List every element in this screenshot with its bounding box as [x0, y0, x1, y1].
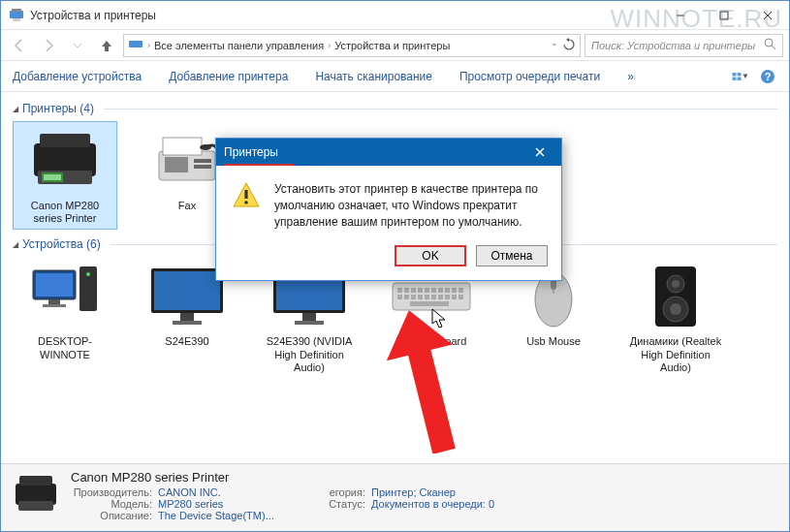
svg-rect-10	[733, 73, 737, 76]
chevron-down-icon[interactable]: ⌄	[551, 38, 558, 53]
svg-rect-24	[194, 159, 211, 163]
svg-rect-51	[458, 288, 463, 293]
add-printer-button[interactable]: Добавление принтера	[169, 70, 288, 83]
ok-button[interactable]: OK	[395, 245, 466, 266]
svg-rect-62	[410, 301, 449, 306]
svg-rect-54	[411, 295, 416, 299]
svg-rect-47	[431, 288, 436, 293]
forward-button[interactable]	[36, 33, 61, 58]
annotation-underline	[224, 164, 294, 166]
svg-rect-13	[738, 77, 742, 79]
svg-rect-42	[397, 288, 402, 293]
titlebar: Устройства и принтеры	[1, 1, 789, 30]
svg-rect-12	[733, 77, 737, 79]
svg-rect-7	[129, 41, 142, 47]
svg-rect-25	[194, 165, 211, 169]
group-header-printers[interactable]: ◢ Принтеры (4)	[13, 102, 777, 115]
device-item-speakers[interactable]: Динамики (Realtek High Definition Audio)	[623, 257, 728, 379]
svg-point-8	[765, 39, 773, 47]
search-value: Поиск: Устройства и принтеры	[591, 40, 755, 51]
window-title: Устройства и принтеры	[30, 9, 658, 22]
refresh-icon[interactable]	[562, 38, 576, 53]
svg-rect-57	[431, 295, 436, 299]
view-queue-button[interactable]: Просмотр очереди печати	[459, 70, 600, 83]
svg-rect-20	[44, 174, 61, 180]
svg-rect-1	[12, 9, 21, 12]
search-icon	[764, 38, 776, 52]
svg-rect-2	[13, 18, 20, 21]
minimize-button[interactable]	[658, 1, 702, 30]
svg-point-77	[244, 201, 248, 204]
svg-rect-39	[302, 313, 316, 321]
dialog-title-text: Принтеры	[224, 145, 278, 159]
desktop-pc-icon	[21, 262, 109, 331]
svg-rect-73	[18, 501, 53, 511]
app-icon	[9, 8, 24, 23]
help-icon[interactable]: ?	[758, 67, 777, 86]
svg-rect-72	[19, 476, 52, 485]
device-item-desktop[interactable]: DESKTOP-WINNOTE	[13, 257, 117, 379]
breadcrumb-item[interactable]: Устройства и принтеры	[334, 40, 450, 51]
svg-rect-29	[48, 299, 60, 304]
dialog-titlebar[interactable]: Принтеры	[216, 139, 561, 166]
dialog-close-button[interactable]	[526, 141, 553, 163]
svg-rect-50	[452, 288, 457, 293]
more-chevron[interactable]: »	[627, 70, 634, 83]
svg-rect-53	[404, 295, 409, 299]
svg-rect-46	[425, 288, 429, 293]
svg-point-26	[200, 144, 211, 150]
svg-rect-58	[438, 295, 443, 299]
statusbar: Canon MP280 series Printer Производитель…	[1, 463, 789, 531]
status-device-name: Canon MP280 series Printer	[71, 470, 526, 485]
svg-rect-4	[720, 12, 728, 19]
svg-rect-43	[404, 288, 409, 293]
collapse-triangle-icon: ◢	[13, 105, 18, 113]
back-button[interactable]	[7, 33, 32, 58]
svg-point-70	[670, 303, 681, 315]
svg-rect-23	[165, 157, 188, 172]
svg-rect-56	[425, 295, 429, 299]
svg-rect-17	[40, 134, 90, 147]
svg-rect-59	[445, 295, 450, 299]
address-bar[interactable]: › Все элементы панели управления › Устро…	[123, 34, 581, 57]
close-button[interactable]	[745, 1, 789, 30]
svg-rect-48	[438, 288, 443, 293]
svg-rect-36	[173, 321, 202, 325]
svg-rect-49	[445, 288, 450, 293]
svg-rect-52	[397, 295, 402, 299]
svg-rect-34	[154, 271, 220, 310]
svg-rect-45	[418, 288, 423, 293]
maximize-button[interactable]	[702, 1, 745, 30]
warning-icon	[232, 181, 261, 210]
svg-rect-30	[43, 304, 66, 307]
collapse-triangle-icon: ◢	[13, 240, 18, 249]
svg-rect-28	[36, 273, 73, 297]
up-button[interactable]	[94, 33, 119, 58]
svg-rect-0	[10, 11, 23, 18]
svg-rect-55	[418, 295, 423, 299]
search-input[interactable]: Поиск: Устройства и принтеры	[585, 34, 783, 57]
svg-rect-40	[295, 321, 324, 325]
breadcrumb-item[interactable]: Все элементы панели управления	[154, 40, 324, 51]
svg-point-32	[86, 272, 90, 276]
svg-rect-76	[244, 190, 247, 199]
status-printer-icon	[11, 470, 61, 520]
svg-rect-22	[163, 138, 202, 155]
cancel-button[interactable]: Отмена	[476, 245, 548, 266]
device-item-canon-mp280[interactable]: Canon MP280 series Printer	[13, 121, 117, 230]
svg-rect-11	[738, 73, 742, 76]
dialog-message: Установить этот принтер в качестве принт…	[274, 181, 546, 230]
view-options-icon[interactable]: ▼	[731, 67, 750, 86]
svg-point-68	[672, 280, 679, 288]
navbar: › Все элементы панели управления › Устро…	[1, 30, 789, 61]
devices-icon	[128, 38, 143, 53]
printer-icon	[21, 126, 109, 196]
toolbar: Добавление устройства Добавление принтер…	[1, 61, 789, 92]
svg-rect-60	[452, 295, 457, 299]
svg-rect-35	[180, 313, 194, 321]
add-device-button[interactable]: Добавление устройства	[13, 70, 142, 83]
svg-rect-61	[458, 295, 463, 299]
chevron-right-icon: ›	[328, 41, 331, 50]
history-dropdown[interactable]	[65, 33, 90, 58]
start-scan-button[interactable]: Начать сканирование	[315, 70, 432, 83]
